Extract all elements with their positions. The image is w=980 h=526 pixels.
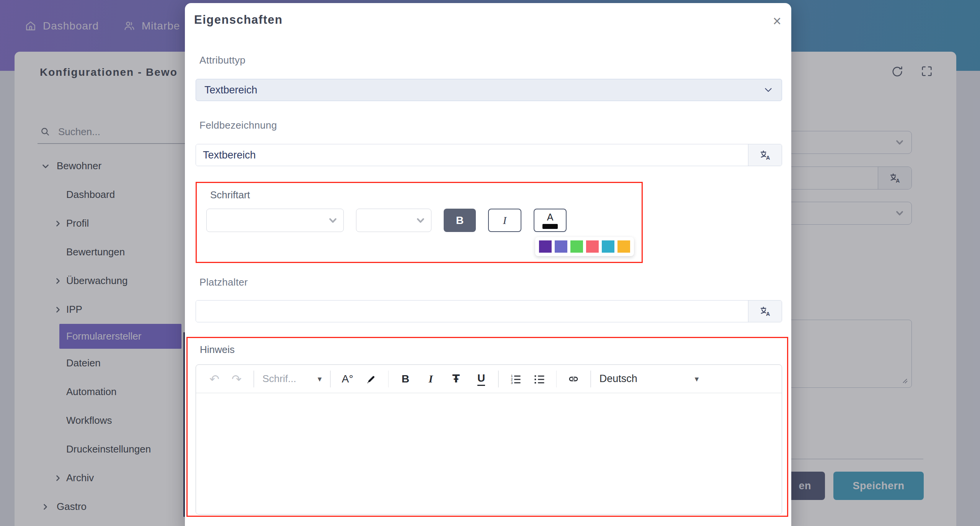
- ordered-list-icon[interactable]: 1 2 3: [507, 369, 524, 389]
- attributtyp-value: Textbereich: [204, 84, 257, 96]
- chevron-down-icon: [415, 215, 426, 225]
- translate-icon: A: [760, 305, 771, 317]
- font-color-letter: A: [547, 212, 554, 223]
- redo-icon[interactable]: ↷: [228, 369, 245, 389]
- italic-icon[interactable]: I: [422, 369, 439, 389]
- feldbezeichnung-input[interactable]: [196, 144, 748, 166]
- current-color-bar: [542, 224, 558, 229]
- bold-button[interactable]: B: [444, 209, 476, 232]
- toolbar-divider: [330, 371, 331, 387]
- richtext-editor: ↶ ↷ Schrif... ▾ A° B I Ŧ: [196, 364, 782, 515]
- font-select[interactable]: Schrif... ▾: [263, 373, 322, 385]
- color-swatch[interactable]: [555, 240, 567, 253]
- chevron-down-icon: [328, 215, 338, 225]
- modal-title: Eigenschaften: [194, 13, 283, 27]
- color-swatch[interactable]: [539, 240, 552, 253]
- feldbezeichnung-label: Feldbezeichnung: [199, 119, 277, 131]
- attributtyp-label: Attributtyp: [199, 54, 245, 66]
- color-swatch[interactable]: [617, 240, 630, 253]
- font-family-select[interactable]: [206, 209, 344, 232]
- font-size-icon[interactable]: A°: [339, 369, 356, 389]
- undo-icon[interactable]: ↶: [206, 369, 223, 389]
- toolbar-divider: [556, 371, 557, 387]
- color-swatch[interactable]: [586, 240, 599, 253]
- attributtyp-select[interactable]: Textbereich: [196, 79, 782, 101]
- italic-button[interactable]: I: [488, 209, 521, 232]
- hinweis-label: Hinweis: [200, 344, 235, 356]
- chevron-down-icon: [763, 85, 773, 95]
- color-palette-popup: [535, 237, 634, 256]
- translate-icon: A: [760, 149, 771, 161]
- bold-icon[interactable]: B: [397, 369, 414, 389]
- schriftart-label: Schriftart: [210, 189, 250, 201]
- schriftart-section: Schriftart B I A: [196, 182, 643, 263]
- link-icon[interactable]: [565, 369, 582, 389]
- strikethrough-icon[interactable]: Ŧ: [448, 369, 464, 389]
- translate-button[interactable]: A: [748, 301, 782, 322]
- underline-icon[interactable]: U: [473, 369, 490, 389]
- svg-text:A: A: [766, 311, 770, 317]
- close-icon[interactable]: ×: [773, 14, 781, 28]
- svg-text:3: 3: [511, 381, 513, 384]
- toolbar-divider: [590, 371, 591, 387]
- editor-toolbar: ↶ ↷ Schrif... ▾ A° B I Ŧ: [196, 365, 782, 393]
- color-swatch[interactable]: [570, 240, 583, 253]
- toolbar-divider: [498, 371, 499, 387]
- svg-text:A: A: [766, 155, 770, 161]
- hinweis-section: Hinweis ↶ ↷ Schrif... ▾ A°: [186, 337, 788, 517]
- toolbar-divider: [388, 371, 389, 387]
- language-select[interactable]: Deutsch ▾: [599, 373, 699, 385]
- platzhalter-label: Platzhalter: [199, 276, 248, 288]
- caret-down-icon: ▾: [318, 374, 322, 384]
- translate-button[interactable]: A: [748, 144, 782, 166]
- toolbar-divider: [253, 371, 254, 387]
- color-swatch[interactable]: [602, 240, 614, 253]
- font-size-select[interactable]: [356, 209, 431, 232]
- platzhalter-input[interactable]: [196, 301, 748, 322]
- platzhalter-group: A: [196, 300, 782, 322]
- font-color-button[interactable]: A: [534, 209, 567, 232]
- editor-content[interactable]: [196, 393, 782, 515]
- bullet-list-icon[interactable]: [531, 369, 548, 389]
- feldbezeichnung-group: A: [196, 144, 782, 166]
- eigenschaften-modal: Eigenschaften × Attributtyp Textbereich …: [185, 3, 791, 526]
- highlighter-icon[interactable]: [363, 369, 380, 389]
- caret-down-icon: ▾: [695, 374, 699, 384]
